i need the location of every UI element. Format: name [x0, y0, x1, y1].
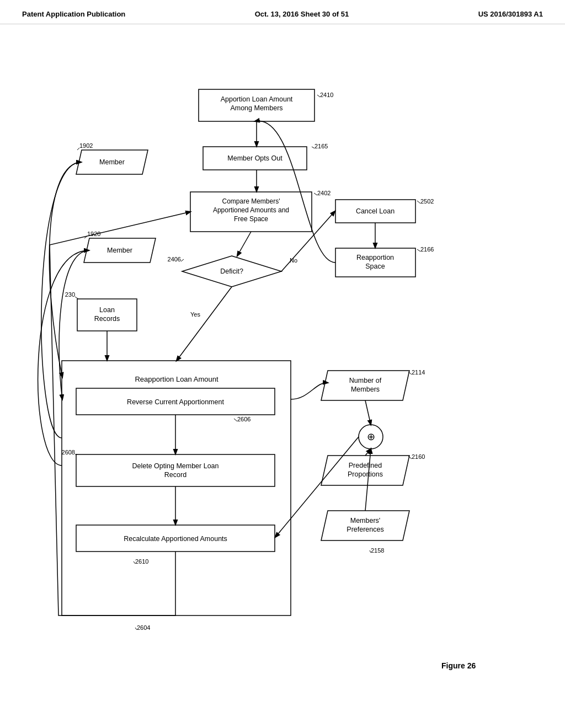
header-date-sheet: Oct. 13, 2016 Sheet 30 of 51 [255, 10, 349, 18]
svg-text:Proportions: Proportions [348, 470, 383, 478]
svg-text:2166: 2166 [420, 246, 434, 253]
svg-text:Members: Members [351, 386, 380, 393]
svg-text:Among Members: Among Members [230, 104, 282, 112]
svg-text:1902: 1902 [79, 142, 93, 149]
svg-text:2610: 2610 [135, 558, 148, 565]
svg-text:⊕: ⊕ [367, 431, 375, 442]
svg-text:2114: 2114 [412, 369, 425, 376]
svg-rect-37 [76, 454, 275, 486]
page-header: Patent Application Publication Oct. 13, … [0, 0, 565, 24]
svg-text:Members': Members' [350, 517, 380, 524]
svg-text:Recalculate Apportioned Amount: Recalculate Apportioned Amounts [124, 535, 227, 543]
svg-text:2160: 2160 [412, 453, 425, 460]
svg-text:Records: Records [94, 315, 120, 323]
svg-line-62 [237, 232, 251, 256]
header-publication: Patent Application Publication [22, 10, 125, 18]
svg-text:Predefined: Predefined [349, 462, 382, 469]
svg-text:2406: 2406 [168, 256, 181, 263]
header-patent-number: US 2016/301893 A1 [478, 10, 543, 18]
svg-text:Cancel Loan: Cancel Loan [356, 207, 395, 215]
svg-text:Loan: Loan [99, 306, 115, 314]
svg-text:Record: Record [164, 471, 186, 479]
svg-text:2402: 2402 [317, 190, 331, 196]
svg-text:Space: Space [365, 263, 385, 270]
svg-text:Reapportion Loan Amount: Reapportion Loan Amount [135, 375, 218, 383]
svg-text:No: No [290, 257, 297, 264]
svg-text:Delete Opting Member Loan: Delete Opting Member Loan [132, 462, 218, 470]
flowchart-svg: Apportion Loan Amount Among Members 2410… [0, 24, 565, 714]
svg-text:Reapportion: Reapportion [356, 254, 394, 261]
svg-line-66 [177, 287, 232, 361]
svg-text:Member Opts Out: Member Opts Out [227, 154, 282, 162]
svg-text:Figure 26: Figure 26 [441, 661, 476, 670]
svg-text:2604: 2604 [137, 624, 150, 631]
svg-text:230: 230 [65, 291, 75, 298]
svg-text:Apportion Loan Amount: Apportion Loan Amount [221, 95, 293, 103]
diagram-area: Apportion Loan Amount Among Members 2410… [0, 24, 565, 714]
svg-text:2606: 2606 [237, 416, 250, 422]
svg-text:Reverse Current Apportionment: Reverse Current Apportionment [127, 398, 224, 406]
svg-text:2165: 2165 [315, 143, 328, 149]
svg-text:Compare Members': Compare Members' [222, 197, 280, 205]
svg-text:Yes: Yes [190, 311, 200, 318]
svg-text:Apportioned Amounts and: Apportioned Amounts and [213, 206, 289, 214]
svg-line-71 [365, 400, 371, 425]
svg-text:1920: 1920 [87, 231, 100, 237]
svg-text:2158: 2158 [371, 547, 384, 554]
svg-text:Deficit?: Deficit? [220, 267, 243, 275]
svg-text:Member: Member [107, 247, 132, 254]
svg-text:2502: 2502 [420, 198, 434, 205]
svg-text:Preferences: Preferences [347, 526, 383, 533]
svg-text:Member: Member [99, 158, 125, 166]
svg-text:2410: 2410 [320, 92, 333, 98]
svg-text:Free Space: Free Space [234, 215, 268, 223]
svg-text:Number of: Number of [349, 377, 382, 384]
svg-text:2608: 2608 [62, 449, 75, 456]
